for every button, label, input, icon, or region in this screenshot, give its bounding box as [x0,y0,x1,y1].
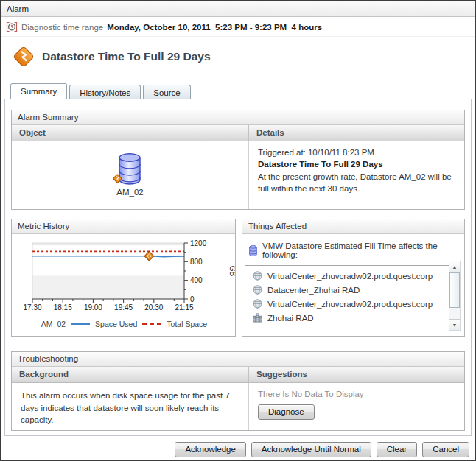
warning-diamond-badge [112,173,123,184]
diagnose-button[interactable]: Diagnose [258,404,315,420]
list-item-label: Zhuhai RAD [267,314,314,323]
list-item-label: VirtualCenter_zhuvcradw02.prod.quest.cor… [267,300,433,309]
svg-text:18:15: 18:15 [54,303,72,312]
background-text: This alarm occurs when disk space usage … [12,383,249,430]
things-affected-scrollbar[interactable]: ▲ ▼ [449,261,461,331]
legend-object-name: AM_02 [41,320,66,328]
svg-text:0: 0 [190,295,195,303]
acknowledge-button[interactable]: Acknowledge [175,442,245,457]
alarm-dialog: Alarm Diagnostic time range Monday, Octo… [0,0,476,461]
troubleshooting-box: Troubleshooting Background Suggestions T… [11,351,465,431]
tab-history-notes[interactable]: History/Notes [69,85,141,99]
list-item-virtualcenter-2[interactable]: VirtualCenter_zhuvcradw02.prod.quest.cor… [253,297,447,311]
alarm-description-text: At the present growth rate, Datastore AM… [258,171,455,194]
legend-space-used-line [71,323,90,325]
column-background: Background [12,367,249,382]
column-details: Details [249,125,464,141]
svg-text:17:30: 17:30 [23,303,41,312]
troubleshooting-title: Troubleshooting [12,352,464,367]
datastore-icon[interactable] [116,152,145,186]
metric-history-box: Metric History 04008001200GB17:3018:1519… [11,219,236,337]
metric-history-chart: 04008001200GB17:3018:1519:0019:4520:3021… [12,234,235,328]
things-affected-list: VirtualCenter_zhuvcradw02.prod.quest.cor… [242,269,464,325]
rule-name-text: Datastore Time To Full 29 Days [258,160,455,169]
acknowledge-until-normal-button[interactable]: Acknowledge Until Normal [251,442,371,457]
scrollbar-thumb[interactable] [449,272,460,308]
metric-history-title: Metric History [12,219,235,234]
scroll-up-arrow-icon[interactable]: ▲ [449,261,460,272]
alarm-summary-column-header: Object Details [12,125,464,141]
time-range-value: Monday, October 10, 2011 5:23 PM - 9:23 … [107,23,322,32]
things-affected-box: Things Affected VMW Datastore Estimated … [242,219,465,337]
svg-text:19:00: 19:00 [84,303,102,312]
object-name: AM_02 [116,188,143,197]
list-item-cluster[interactable]: Zhuhai RAD [253,311,447,325]
clear-button[interactable]: Clear [377,442,417,457]
object-cell: AM_02 [12,141,249,209]
things-affected-title: Things Affected [242,219,464,234]
svg-text:GB: GB [228,266,235,277]
list-item-label: Datacenter_Zhuhai RAD [267,286,360,295]
list-item-virtualcenter-1[interactable]: VirtualCenter_zhuvcradw02.prod.quest.cor… [253,269,447,283]
datastore-small-icon [248,245,258,256]
chart-canvas: 04008001200GB17:3018:1519:0019:4520:3021… [13,237,235,320]
troubleshooting-column-header: Background Suggestions [12,367,464,383]
window-titlebar: Alarm [1,1,475,17]
tab-source[interactable]: Source [143,85,190,99]
cancel-button[interactable]: Cancel [422,442,469,457]
chart-legend: AM_02 Space Used Total Space [13,320,235,328]
page-title: Datastore Time To Full 29 Days [42,50,211,63]
alarm-summary-body: AM_02 Triggered at: 10/10/11 8:23 PM Dat… [12,141,464,209]
troubleshooting-body: This alarm occurs when disk space usage … [12,383,464,430]
footer-button-bar: Acknowledge Acknowledge Until Normal Cle… [1,436,475,461]
time-range-label: Diagnostic time range [21,23,103,32]
svg-text:19:45: 19:45 [114,303,133,312]
datacenter-globe-icon [253,285,262,295]
alarm-summary-box: Alarm Summary Object Details [11,110,465,210]
suggestions-cell: There Is No Data To Display Diagnose [249,383,464,430]
virtualcenter-globe-icon [253,299,262,309]
triggered-at-text: Triggered at: 10/10/11 8:23 PM [258,148,455,157]
legend-space-used-label: Space Used [95,320,137,328]
legend-total-space-label: Total Space [167,320,207,328]
time-range-row: Diagnostic time range Monday, October 10… [1,17,475,37]
svg-text:800: 800 [190,258,203,266]
legend-total-space-line [142,323,161,325]
svg-text:20:30: 20:30 [144,303,163,312]
cluster-icon [253,313,262,323]
window-title: Alarm [7,4,29,13]
time-range-clock-icon[interactable] [6,21,18,32]
middle-row: Metric History 04008001200GB17:3018:1519… [11,219,465,337]
column-object: Object [12,125,249,141]
separator [245,265,461,266]
alarm-heading: Datastore Time To Full 29 Days [1,37,475,75]
warning-diamond-icon [12,45,35,68]
list-item-label: VirtualCenter_zhuvcradw02.prod.quest.cor… [267,272,433,281]
column-suggestions: Suggestions [249,367,464,382]
alarm-summary-title: Alarm Summary [12,110,464,125]
summary-tab-panel: Alarm Summary Object Details [4,99,472,436]
virtualcenter-globe-icon [253,271,262,281]
tab-summary[interactable]: Summary [10,83,67,99]
svg-text:1200: 1200 [190,239,207,247]
scroll-down-arrow-icon[interactable]: ▼ [449,319,460,330]
things-affected-header-text: VMW Datastore Estimated Fill Time affect… [262,242,458,259]
details-cell: Triggered at: 10/10/11 8:23 PM Datastore… [249,141,464,209]
no-data-text: There Is No Data To Display [258,390,455,398]
list-item-datacenter[interactable]: Datacenter_Zhuhai RAD [253,283,447,297]
svg-text:21:15: 21:15 [175,303,193,312]
tab-strip: Summary History/Notes Source [1,75,475,99]
svg-text:400: 400 [190,276,203,284]
things-affected-header: VMW Datastore Estimated Fill Time affect… [242,234,464,259]
